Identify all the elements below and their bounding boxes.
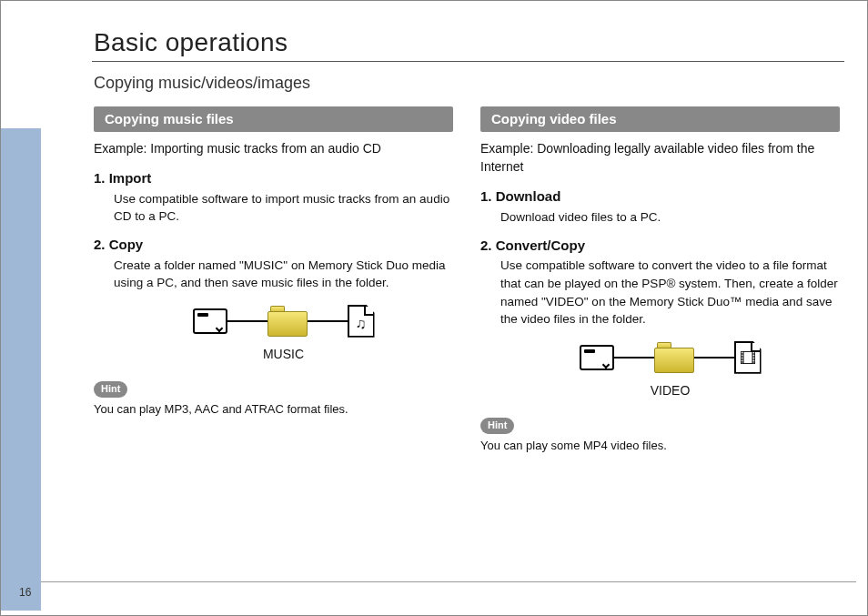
music-note-icon: ♫ <box>356 317 367 331</box>
folder-icon <box>267 306 308 337</box>
step-title: Convert/Copy <box>496 237 585 253</box>
step-body: Use compatible software to convert the v… <box>500 257 840 328</box>
memory-stick-icon <box>580 345 614 370</box>
section-title-video: Copying video files <box>480 106 840 132</box>
connector-line <box>694 357 734 358</box>
hint-badge: Hint <box>480 418 514 434</box>
step-body: Use compatible software to import music … <box>114 190 453 226</box>
steps-list: 1. Download Download video files to a PC… <box>480 187 840 328</box>
page-header: Basic operations <box>94 28 288 57</box>
connector-line <box>614 357 654 358</box>
step-convert-copy: 2. Convert/Copy Use compatible software … <box>480 236 840 328</box>
step-title: Copy <box>109 237 144 252</box>
step-number: 2. <box>94 237 106 252</box>
folder-label: VIDEO <box>651 381 691 399</box>
diagram-music: ♫ MUSIC <box>114 305 453 363</box>
folder-label: MUSIC <box>263 345 304 363</box>
folder-icon <box>654 342 694 373</box>
step-number: 1. <box>480 188 492 204</box>
step-copy: 2. Copy Create a folder named "MUSIC" on… <box>94 235 453 292</box>
page-sidebar <box>1 128 41 611</box>
video-file-icon <box>734 341 762 374</box>
page-title: Basic operations <box>94 28 288 57</box>
page-subtitle: Copying music/videos/images <box>94 74 310 93</box>
music-file-icon: ♫ <box>348 305 375 338</box>
step-number: 2. <box>480 237 492 253</box>
header-rule <box>92 61 844 62</box>
page-number: 16 <box>19 586 31 599</box>
memory-stick-icon <box>193 308 227 334</box>
content-columns: Copying music files Example: Importing m… <box>94 106 840 455</box>
step-number: 1. <box>94 170 106 186</box>
column-video: Copying video files Example: Downloading… <box>480 106 840 455</box>
connector-line <box>227 320 267 322</box>
footer-rule <box>41 581 856 582</box>
steps-list: 1. Import Use compatible software to imp… <box>94 168 453 292</box>
step-body: Download video files to a PC. <box>500 208 840 227</box>
connector-line <box>308 320 348 322</box>
film-icon <box>741 351 755 364</box>
svg-rect-1 <box>743 351 752 364</box>
example-text: Example: Downloading legally available v… <box>480 139 840 177</box>
section-title-music: Copying music files <box>94 106 453 132</box>
example-text: Example: Importing music tracks from an … <box>94 139 453 157</box>
step-body: Create a folder named "MUSIC" on Memory … <box>114 257 453 292</box>
step-download: 1. Download Download video files to a PC… <box>480 187 840 226</box>
diagram-video: VIDEO <box>500 341 840 399</box>
step-title: Download <box>496 188 561 204</box>
hint-text: You can play some MP4 video files. <box>480 438 840 455</box>
step-import: 1. Import Use compatible software to imp… <box>94 168 453 226</box>
hint-text: You can play MP3, AAC and ATRAC format f… <box>94 401 453 419</box>
hint-badge: Hint <box>94 381 127 398</box>
step-title: Import <box>109 170 152 186</box>
column-music: Copying music files Example: Importing m… <box>94 106 453 455</box>
